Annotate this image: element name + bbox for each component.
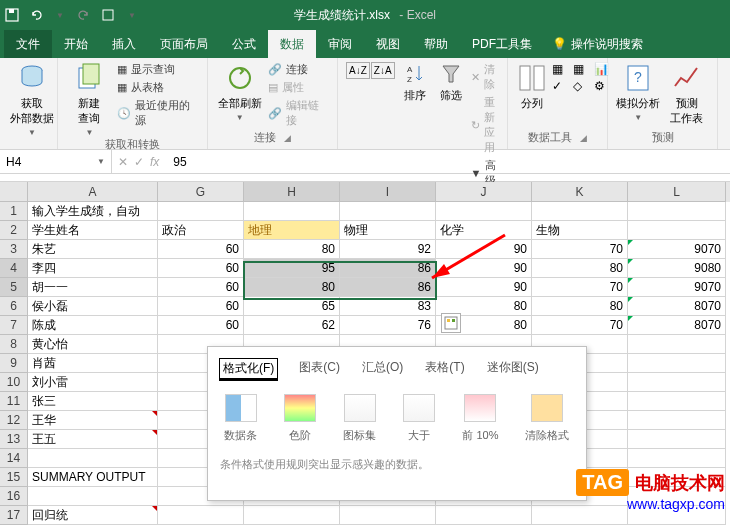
tab-pdf[interactable]: PDF工具集 [460, 30, 544, 58]
cell[interactable]: 王华 [28, 411, 158, 430]
save-icon[interactable] [4, 7, 20, 23]
row-header-3[interactable]: 3 [0, 240, 28, 259]
col-header-L[interactable]: L [628, 182, 726, 202]
select-all-cell[interactable] [0, 182, 28, 202]
row-header-5[interactable]: 5 [0, 278, 28, 297]
qa-tab-sparkline[interactable]: 迷你图(S) [487, 359, 539, 380]
row-header-17[interactable]: 17 [0, 506, 28, 525]
cell[interactable] [158, 506, 244, 525]
cell[interactable]: 70 [532, 278, 628, 297]
cell[interactable]: 9080 [628, 259, 726, 278]
col-header-J[interactable]: J [436, 182, 532, 202]
cell[interactable] [436, 506, 532, 525]
forecast-sheet-button[interactable]: 预测 工作表 [665, 62, 710, 126]
dialog-launcher-icon[interactable]: ◢ [284, 133, 291, 143]
cell[interactable]: 95 [244, 259, 340, 278]
tab-home[interactable]: 开始 [52, 30, 100, 58]
cell[interactable]: 60 [158, 297, 244, 316]
cell[interactable]: 学生姓名 [28, 221, 158, 240]
cell[interactable] [340, 202, 436, 221]
cell[interactable]: 政治 [158, 221, 244, 240]
qa-databars[interactable]: 数据条 [224, 394, 257, 443]
row-header-12[interactable]: 12 [0, 411, 28, 430]
cell[interactable]: 回归统 [28, 506, 158, 525]
cell[interactable]: 物理 [340, 221, 436, 240]
cell[interactable]: 肖茜 [28, 354, 158, 373]
cell[interactable]: 9070 [628, 240, 726, 259]
remove-dup-icon[interactable]: ▦ [573, 62, 591, 76]
tab-file[interactable]: 文件 [4, 30, 52, 58]
cell[interactable]: 60 [158, 278, 244, 297]
name-box[interactable]: H4 ▼ [0, 150, 112, 173]
cell[interactable]: 76 [340, 316, 436, 335]
reapply-button[interactable]: ↻ 重新应用 [471, 95, 499, 155]
cancel-icon[interactable]: ✕ [118, 155, 128, 169]
recent-sources-button[interactable]: 🕓 最近使用的源 [117, 98, 199, 128]
col-header-H[interactable]: H [244, 182, 340, 202]
row-header-8[interactable]: 8 [0, 335, 28, 354]
cell[interactable]: 62 [244, 316, 340, 335]
undo-dropdown-icon[interactable]: ▼ [52, 7, 68, 23]
cell[interactable]: 92 [340, 240, 436, 259]
cell[interactable] [436, 202, 532, 221]
connections-button[interactable]: 🔗 连接 [268, 62, 329, 77]
row-header-10[interactable]: 10 [0, 373, 28, 392]
cell[interactable]: 83 [340, 297, 436, 316]
col-header-K[interactable]: K [532, 182, 628, 202]
cell[interactable] [628, 449, 726, 468]
cell[interactable]: 86 [340, 259, 436, 278]
qa-greater[interactable]: 大于 [403, 394, 435, 443]
cell[interactable]: 86 [340, 278, 436, 297]
tab-formula[interactable]: 公式 [220, 30, 268, 58]
cell[interactable] [158, 202, 244, 221]
cell[interactable]: 65 [244, 297, 340, 316]
cell[interactable]: 王五 [28, 430, 158, 449]
row-header-15[interactable]: 15 [0, 468, 28, 487]
cell[interactable] [628, 373, 726, 392]
cell[interactable]: 侯小磊 [28, 297, 158, 316]
clear-filter-button[interactable]: ✕ 清除 [471, 62, 499, 92]
cell[interactable] [244, 506, 340, 525]
row-header-16[interactable]: 16 [0, 487, 28, 506]
cell[interactable]: 输入学生成绩，自动 [28, 202, 158, 221]
cell[interactable]: 陈成 [28, 316, 158, 335]
filter-button[interactable]: 筛选 [435, 62, 467, 103]
cell[interactable]: 70 [532, 240, 628, 259]
cell[interactable]: 60 [158, 316, 244, 335]
sort-button[interactable]: AZ 排序 [399, 62, 431, 103]
sort-asc-icon[interactable]: A↓Z [346, 62, 370, 79]
cell[interactable]: 张三 [28, 392, 158, 411]
data-validation-icon[interactable]: ✓ [552, 79, 570, 93]
tab-help[interactable]: 帮助 [412, 30, 460, 58]
cell[interactable]: 朱艺 [28, 240, 158, 259]
cell[interactable]: 8070 [628, 297, 726, 316]
show-queries-button[interactable]: ▦ 显示查询 [117, 62, 199, 77]
qa-tab-table[interactable]: 表格(T) [425, 359, 464, 380]
dialog-launcher-icon[interactable]: ◢ [580, 133, 587, 143]
fx-icon[interactable]: fx [150, 155, 159, 169]
cell[interactable]: 8070 [628, 316, 726, 335]
qa-iconset[interactable]: 图标集 [343, 394, 376, 443]
tab-view[interactable]: 视图 [364, 30, 412, 58]
get-external-data-button[interactable]: 获取 外部数据 ▼ [8, 62, 56, 137]
text-to-columns-button[interactable]: 分列 [516, 62, 548, 111]
qa-tab-format[interactable]: 格式化(F) [220, 359, 277, 380]
cell[interactable]: 60 [158, 240, 244, 259]
row-header-1[interactable]: 1 [0, 202, 28, 221]
cell[interactable]: 80 [244, 240, 340, 259]
cell[interactable]: 李四 [28, 259, 158, 278]
cell[interactable]: 化学 [436, 221, 532, 240]
properties-button[interactable]: ▤ 属性 [268, 80, 329, 95]
cell[interactable] [628, 202, 726, 221]
cell[interactable]: 90 [436, 240, 532, 259]
touch-mode-icon[interactable] [100, 7, 116, 23]
refresh-all-button[interactable]: 全部刷新 ▼ [216, 62, 264, 122]
cell[interactable]: 9070 [628, 278, 726, 297]
tab-insert[interactable]: 插入 [100, 30, 148, 58]
flash-fill-icon[interactable]: ▦ [552, 62, 570, 76]
tab-review[interactable]: 审阅 [316, 30, 364, 58]
redo-icon[interactable] [76, 7, 92, 23]
cell[interactable] [628, 430, 726, 449]
cell[interactable]: 90 [436, 259, 532, 278]
cell[interactable]: 70 [532, 316, 628, 335]
